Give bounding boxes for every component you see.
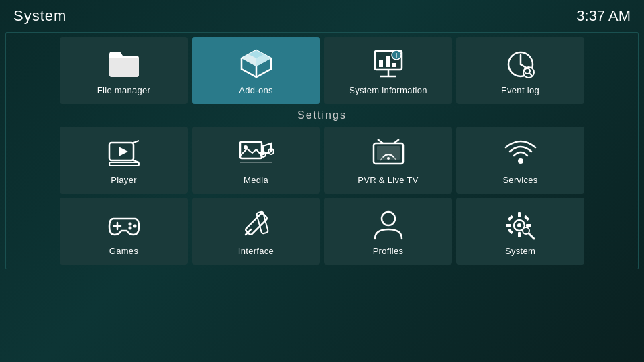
tile-label: System information bbox=[349, 85, 427, 95]
top-row: File manager Add-ons bbox=[6, 37, 638, 104]
services-icon bbox=[502, 137, 539, 170]
player-icon bbox=[105, 137, 143, 170]
svg-rect-49 bbox=[523, 215, 529, 220]
tile-label: Games bbox=[109, 246, 138, 256]
svg-point-53 bbox=[523, 227, 529, 234]
content-area: File manager Add-ons bbox=[5, 32, 639, 269]
svg-rect-19 bbox=[109, 162, 139, 166]
svg-rect-7 bbox=[386, 56, 390, 67]
svg-point-41 bbox=[382, 212, 395, 225]
svg-point-31 bbox=[387, 157, 390, 160]
tile-label: Media bbox=[244, 175, 268, 185]
profiles-icon bbox=[370, 208, 407, 241]
addons-icon bbox=[237, 48, 275, 80]
tile-services[interactable]: Services bbox=[456, 127, 584, 194]
svg-rect-48 bbox=[507, 215, 513, 220]
app-title: System bbox=[13, 7, 66, 25]
tile-label: Profiles bbox=[373, 246, 404, 256]
tile-event-log[interactable]: Event log bbox=[456, 37, 584, 104]
svg-rect-22 bbox=[240, 142, 262, 158]
svg-point-36 bbox=[133, 224, 136, 227]
svg-marker-18 bbox=[119, 147, 128, 156]
svg-rect-8 bbox=[392, 63, 396, 67]
svg-rect-45 bbox=[518, 232, 521, 237]
settings-section: Player bbox=[6, 127, 638, 265]
system-settings-icon bbox=[502, 208, 539, 241]
tile-label: Interface bbox=[238, 246, 274, 256]
svg-point-43 bbox=[517, 223, 521, 227]
svg-rect-50 bbox=[507, 228, 513, 233]
tile-system-information[interactable]: i System information bbox=[324, 37, 452, 104]
media-icon bbox=[237, 137, 275, 170]
svg-point-35 bbox=[128, 222, 131, 225]
tile-profiles[interactable]: Profiles bbox=[324, 198, 452, 265]
tile-games[interactable]: Games bbox=[60, 198, 188, 265]
svg-point-32 bbox=[518, 158, 523, 164]
tile-label: System bbox=[505, 246, 535, 256]
tile-player[interactable]: Player bbox=[60, 127, 188, 194]
tile-media[interactable]: Media bbox=[192, 127, 320, 194]
tile-interface[interactable]: Interface bbox=[192, 198, 320, 265]
svg-line-20 bbox=[133, 141, 139, 143]
settings-label: Settings bbox=[6, 109, 638, 121]
top-bar: System 3:37 AM bbox=[0, 0, 644, 32]
folder-icon bbox=[105, 48, 143, 80]
tile-label: Add-ons bbox=[239, 85, 273, 95]
tile-pvr-live-tv[interactable]: PVR & Live TV bbox=[324, 127, 452, 194]
tile-label: Services bbox=[502, 175, 537, 185]
svg-rect-6 bbox=[379, 60, 383, 67]
interface-icon bbox=[237, 208, 275, 241]
tile-label: File manager bbox=[97, 85, 150, 95]
tile-label: Player bbox=[111, 175, 137, 185]
tile-add-ons[interactable]: Add-ons bbox=[192, 37, 320, 104]
svg-point-37 bbox=[128, 226, 131, 229]
event-log-icon bbox=[502, 48, 539, 80]
svg-text:i: i bbox=[395, 52, 397, 59]
system-info-icon: i bbox=[370, 48, 407, 80]
tile-file-manager[interactable]: File manager bbox=[60, 37, 188, 104]
svg-rect-44 bbox=[518, 212, 521, 217]
tile-system[interactable]: System bbox=[456, 198, 584, 265]
tile-label: PVR & Live TV bbox=[358, 175, 418, 185]
settings-grid: Player bbox=[60, 127, 584, 265]
games-icon bbox=[105, 208, 143, 241]
pvr-icon bbox=[370, 137, 407, 170]
tile-label: Event log bbox=[501, 85, 539, 95]
clock: 3:37 AM bbox=[576, 7, 631, 25]
svg-rect-46 bbox=[506, 224, 511, 227]
svg-rect-47 bbox=[526, 224, 531, 227]
